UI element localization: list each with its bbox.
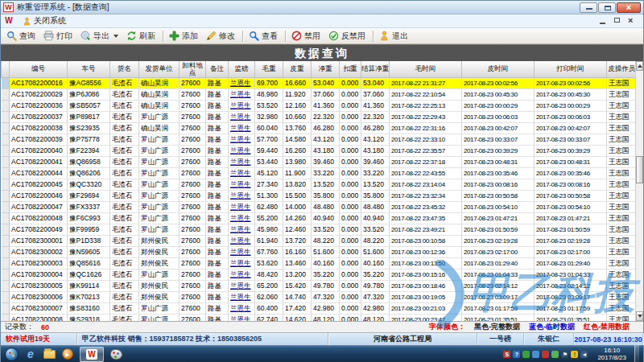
- toolbar-button-disable[interactable]: 禁用: [288, 29, 325, 43]
- row-selector-cell[interactable]: [2, 167, 10, 179]
- row-selector-cell[interactable]: [2, 179, 10, 190]
- table-row[interactable]: AC17082200029豫P6J086毛渣石确山昊润27600路基兰恩生48.…: [2, 88, 638, 100]
- table-row[interactable]: AC17082300007豫S83160毛渣石罗山广源27600路基兰恩生60.…: [2, 302, 638, 314]
- paint-taskbar-button[interactable]: [109, 348, 122, 360]
- tray-network-icon[interactable]: [551, 351, 559, 358]
- column-header-13[interactable]: 皮时间: [462, 61, 535, 77]
- row-selector-cell[interactable]: [2, 77, 10, 88]
- table-row[interactable]: AC17082300001豫P1D338毛渣石郑州俊民27600路基兰恩生61.…: [2, 235, 638, 246]
- taskbar-clock[interactable]: 16:10 2017/8/23: [597, 347, 626, 361]
- chevron-down-icon[interactable]: [114, 35, 118, 38]
- mdi-close-button[interactable]: [627, 17, 637, 25]
- row-selector-cell[interactable]: [2, 269, 10, 280]
- row-selector-cell[interactable]: [2, 257, 10, 269]
- row-selector-cell[interactable]: [2, 280, 10, 291]
- tray-warning-icon[interactable]: !: [571, 351, 578, 358]
- table-row[interactable]: AC17082200049豫F99959毛渣石罗山广源27600路基兰恩生45.…: [2, 224, 638, 235]
- row-selector-cell[interactable]: [2, 190, 10, 201]
- tray-volume-icon[interactable]: ◄: [580, 351, 588, 358]
- row-selector-cell[interactable]: [2, 156, 10, 167]
- column-header-7[interactable]: 毛重: [255, 61, 283, 77]
- table-row[interactable]: AC17082200046豫F29694毛渣石罗山广源27600路基兰恩生51.…: [2, 190, 638, 201]
- row-selector-cell[interactable]: [2, 122, 10, 134]
- menu-close-system[interactable]: 关闭系统: [19, 14, 70, 27]
- row-selector-cell[interactable]: [2, 145, 10, 156]
- table-row[interactable]: AC17082200048豫F6C993毛渣石罗山广源27600路基兰恩生55.…: [2, 212, 638, 224]
- column-header-15[interactable]: 皮操作员: [607, 61, 638, 77]
- column-header-8[interactable]: 皮重: [283, 61, 312, 77]
- mdi-restore-button[interactable]: [613, 17, 622, 25]
- row-selector-cell[interactable]: [2, 314, 10, 321]
- mdi-minimize-button[interactable]: [598, 17, 608, 25]
- row-selector-cell[interactable]: [2, 246, 10, 257]
- table-row[interactable]: AC17082300003豫Q85616毛渣石郑州俊民27600路基兰恩生53.…: [2, 257, 638, 269]
- table-row[interactable]: AC17082300008豫S29318毛渣石罗山广源27600路基兰恩生62.…: [2, 314, 638, 321]
- table-row[interactable]: AC17082300005豫K99114毛渣石郑州俊民27600路基兰恩生65.…: [2, 280, 638, 291]
- maximize-button[interactable]: [598, 2, 616, 13]
- column-header-4[interactable]: 卸料地点: [180, 61, 206, 77]
- table-row[interactable]: AC17082200041豫Q86958毛渣石罗山广源27600路基兰恩生53.…: [2, 156, 638, 167]
- table-row[interactable]: AC17082200016豫AG8556毛渣石确山昊润27600路基兰恩生69.…: [2, 77, 638, 88]
- table-row[interactable]: AC17082300006豫K70213毛渣石郑州俊民27600路基兰恩生62.…: [2, 291, 638, 302]
- table-row[interactable]: AC17082300002豫N59605毛渣石郑州俊民27600路基兰恩生67.…: [2, 246, 638, 257]
- scrollbar-thumb[interactable]: [636, 156, 643, 183]
- toolbar-button-export[interactable]: 导出: [77, 29, 123, 43]
- column-header-0[interactable]: 编号: [10, 61, 68, 77]
- row-selector-cell[interactable]: [2, 291, 10, 302]
- table-row[interactable]: AC17082200036豫SB5057毛渣石确山昊润27600路基兰恩生53.…: [2, 100, 638, 111]
- toolbar-button-add[interactable]: 添加: [166, 29, 203, 43]
- column-header-14[interactable]: 打印时间: [535, 61, 607, 77]
- row-selector-cell[interactable]: [2, 201, 10, 212]
- row-selector-cell[interactable]: [2, 212, 10, 224]
- tray-flag-icon[interactable]: ⚑: [561, 351, 568, 358]
- tray-help-icon[interactable]: ?: [513, 351, 520, 358]
- row-selector-cell[interactable]: [2, 88, 10, 100]
- column-header-10[interactable]: 扣重: [340, 61, 361, 77]
- column-header-5[interactable]: 备注: [206, 61, 229, 77]
- table-row[interactable]: AC17082300004豫QC1626毛渣石罗山广源27600路基兰恩生48.…: [2, 269, 638, 280]
- media-player-taskbar-button[interactable]: [61, 348, 74, 360]
- close-button[interactable]: [617, 2, 641, 13]
- tray-display-icon[interactable]: [532, 351, 539, 358]
- cell: 毛渣石: [110, 134, 139, 145]
- table-row[interactable]: AC17082200038豫S23935毛渣石确山昊润27600路基兰恩生60.…: [2, 122, 638, 134]
- toolbar-button-edit[interactable]: 修改: [203, 29, 240, 43]
- row-selector-cell[interactable]: [2, 111, 10, 122]
- column-header-9[interactable]: 净重: [312, 61, 340, 77]
- table-row[interactable]: AC17082200045豫QC3320毛渣石罗山广源27600路基兰恩生27.…: [2, 179, 638, 190]
- scroll-down-button[interactable]: [636, 311, 643, 321]
- table-row[interactable]: AC17082200047豫FX3337毛渣石罗山广源27600路基兰恩生62.…: [2, 201, 638, 212]
- tray-antivirus-icon[interactable]: S: [503, 351, 510, 358]
- row-selector-cell[interactable]: [2, 235, 10, 246]
- row-selector-cell[interactable]: [2, 302, 10, 314]
- toolbar-button-exit[interactable]: 退出: [376, 29, 413, 43]
- column-header-3[interactable]: 发货单位: [139, 61, 180, 77]
- ie-taskbar-button[interactable]: e: [24, 348, 37, 360]
- column-header-1[interactable]: 车号: [68, 61, 110, 77]
- column-header-11[interactable]: 结算净重: [361, 61, 390, 77]
- toolbar-button-view[interactable]: 查看: [246, 29, 283, 43]
- row-selector-cell[interactable]: [2, 134, 10, 145]
- table-row[interactable]: AC17082200040豫F22394毛渣石罗山广源27600路基兰恩生59.…: [2, 145, 638, 156]
- explorer-taskbar-button[interactable]: [43, 348, 56, 360]
- toolbar-button-query[interactable]: 查询: [3, 29, 40, 43]
- row-selector-cell[interactable]: [2, 224, 10, 235]
- scroll-up-button[interactable]: [636, 61, 643, 71]
- column-header-2[interactable]: 货名: [110, 61, 139, 77]
- toolbar-button-print[interactable]: 打印: [40, 29, 77, 43]
- show-desktop-button[interactable]: [634, 345, 639, 362]
- tray-update-icon[interactable]: [522, 351, 530, 358]
- table-row[interactable]: AC17082200037豫P89817毛渣石罗山广源27600路基兰恩生32.…: [2, 111, 638, 122]
- toolbar-button-enable[interactable]: 反禁用: [325, 29, 370, 43]
- start-button[interactable]: [5, 348, 19, 361]
- column-header-12[interactable]: 毛时间: [390, 61, 462, 77]
- column-header-6[interactable]: 监磅: [229, 61, 255, 77]
- table-row[interactable]: AC17082200044豫Q86206毛渣石罗山广源27600路基兰恩生45.…: [2, 167, 638, 179]
- weighing-app-taskbar-button[interactable]: W: [80, 347, 104, 362]
- minimize-button[interactable]: [580, 2, 597, 13]
- vertical-scrollbar[interactable]: [635, 61, 643, 321]
- toolbar-button-refresh[interactable]: 刷新: [123, 29, 160, 43]
- tray-audio-icon[interactable]: [542, 351, 549, 358]
- row-selector-cell[interactable]: [2, 100, 10, 111]
- table-row[interactable]: AC17082200039豫P75778毛渣石罗山广源27600路基兰恩生57.…: [2, 134, 638, 145]
